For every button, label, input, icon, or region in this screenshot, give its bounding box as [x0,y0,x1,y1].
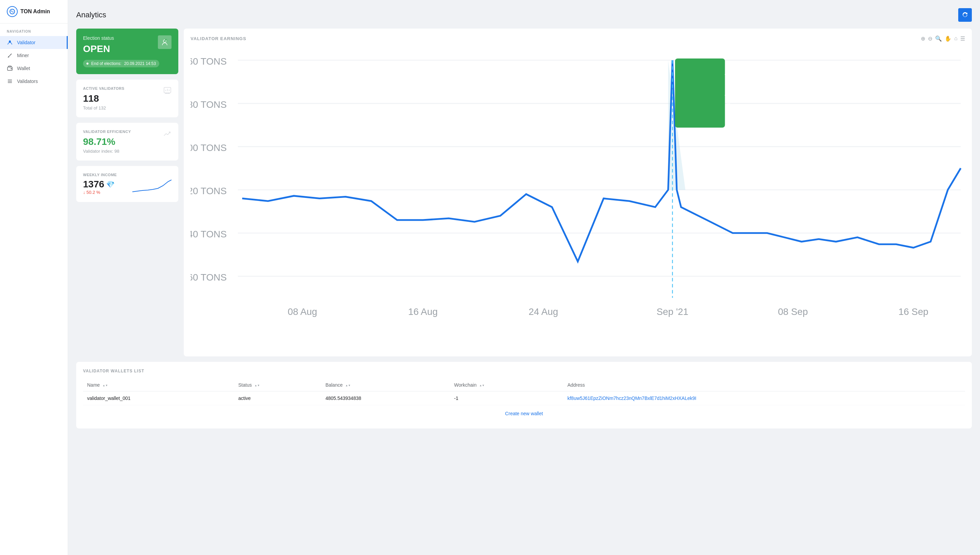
table-header-row: Name ▲▼ Status ▲▼ Balance ▲▼ Workchain ▲… [83,379,965,391]
home-icon[interactable]: ⌂ [954,35,958,42]
weekly-income-value: 1376 💎 [83,179,115,190]
svg-text:400 TONS: 400 TONS [191,143,227,153]
svg-text:160 TONS: 160 TONS [191,272,227,282]
menu-icon[interactable]: ☰ [960,35,965,42]
election-end-label: End of elections: [91,61,122,66]
svg-text:16 Aug: 16 Aug [408,306,438,317]
weekly-income-change: ↓ 50.2 % [83,190,115,195]
efficiency-card: VALIDATOR EFFICIENCY 98.71% Validator in… [76,123,178,160]
election-dot [87,63,88,65]
page-title: Analytics [76,11,106,19]
sidebar-item-validator[interactable]: Validator [0,36,68,49]
svg-text:560 TONS: 560 TONS [191,56,227,67]
chart-area: 560 TONS 480 TONS 400 TONS 320 TONS 240 … [191,47,965,350]
weekly-sparkline [115,178,172,195]
weekly-income-row: 1376 💎 ↓ 50.2 % [83,178,172,195]
top-row: Election status OPEN End of elections: 2… [76,29,972,356]
svg-text:08 Aug: 08 Aug [288,306,317,317]
nav-section-label: NAVIGATION [0,24,68,36]
sidebar-item-validator-label: Validator [17,40,35,45]
sort-balance-icon: ▲▼ [345,384,351,387]
svg-text:08 Sep: 08 Sep [778,306,808,317]
svg-text:Returned 2 stakes: Returned 2 stakes [723,63,732,126]
zoom-in-icon[interactable]: ⊕ [921,35,925,42]
svg-text:240 TONS: 240 TONS [191,229,227,239]
create-wallet-link[interactable]: Create new wallet [83,405,965,422]
svg-point-1 [9,40,11,43]
row-workchain: -1 [450,391,564,405]
active-validators-label: ACTIVE VALIDATORS [83,87,172,90]
wallet-icon [7,65,13,71]
chart-header: VALIDATOR EARNINGS ⊕ ⊖ 🔍 ✋ ⌂ ☰ [191,35,965,42]
main-content: Analytics Election status O [68,0,980,555]
weekly-income-card: Weekly income 1376 💎 ↓ 50.2 % [76,166,178,202]
sort-status-icon: ▲▼ [254,384,260,387]
sort-name-icon: ▲▼ [103,384,108,387]
row-name: validator_wallet_001 [83,391,234,405]
efficiency-value: 98.71% [83,136,172,147]
active-validators-value: 118 [83,93,172,104]
active-validators-card: ACTIVE VALIDATORS 118 Total of 132 [76,80,178,117]
row-balance: 4805.543934838 [321,391,450,405]
svg-text:Sep '21: Sep '21 [656,306,688,317]
col-name[interactable]: Name ▲▼ [83,379,234,391]
app-logo: TON Admin [0,0,68,24]
chart-title: VALIDATOR EARNINGS [191,36,246,41]
svg-text:320 TONS: 320 TONS [191,186,227,196]
sort-workchain-icon: ▲▼ [479,384,485,387]
miner-icon [7,52,13,58]
pan-icon[interactable]: ✋ [945,35,951,42]
election-end-time: 20.09.2021 14:53 [124,61,156,66]
election-card: Election status OPEN End of elections: 2… [76,29,178,74]
sidebar: TON Admin NAVIGATION Validator Miner Wal… [0,0,68,555]
logo-icon [7,6,18,17]
election-label: Election status [83,35,172,41]
svg-text:24 Aug: 24 Aug [529,306,558,317]
search-icon[interactable]: 🔍 [935,35,942,42]
weekly-income-label: Weekly income [83,173,172,177]
efficiency-icon [163,130,172,140]
sidebar-item-validators[interactable]: Validators [0,75,68,88]
svg-rect-38 [675,58,725,128]
row-address[interactable]: kf8uw5J61EpzZiONm7hcz23nQMn7BxlE7d1hiM2x… [563,391,965,405]
diamond-icon: 💎 [106,180,115,188]
col-workchain[interactable]: Workchain ▲▼ [450,379,564,391]
app-title: TON Admin [21,8,50,14]
col-balance[interactable]: Balance ▲▼ [321,379,450,391]
svg-line-3 [10,54,11,55]
left-cards: Election status OPEN End of elections: 2… [76,29,178,356]
table-title: VALIDATOR WALLETS LIST [83,369,965,374]
row-status: active [234,391,321,405]
col-address: Address [563,379,965,391]
page-header: Analytics [76,8,972,22]
sidebar-item-wallet-label: Wallet [17,66,30,71]
active-validators-sub: Total of 132 [83,106,172,111]
chart-controls: ⊕ ⊖ 🔍 ✋ ⌂ ☰ [921,35,965,42]
election-end: End of elections: 20.09.2021 14:53 [83,60,159,67]
efficiency-sub: Validator index: 98 [83,149,172,154]
sidebar-item-miner[interactable]: Miner [0,49,68,62]
wallets-table-section: VALIDATOR WALLETS LIST Name ▲▼ Status ▲▼… [76,362,972,428]
sidebar-item-miner-label: Miner [17,53,29,58]
svg-point-5 [11,68,11,69]
svg-text:480 TONS: 480 TONS [191,99,227,110]
sidebar-item-wallet[interactable]: Wallet [0,62,68,75]
refresh-button[interactable] [958,8,972,22]
weekly-income-left: 1376 💎 ↓ 50.2 % [83,179,115,195]
wallets-table: Name ▲▼ Status ▲▼ Balance ▲▼ Workchain ▲… [83,379,965,405]
efficiency-label: VALIDATOR EFFICIENCY [83,130,172,134]
validator-icon [7,39,13,46]
svg-text:16 Sep: 16 Sep [898,306,928,317]
validators-stat-icon [163,87,172,96]
sidebar-item-validators-label: Validators [17,79,38,84]
col-status[interactable]: Status ▲▼ [234,379,321,391]
table-row: validator_wallet_001 active 4805.5439348… [83,391,965,405]
chart-panel: VALIDATOR EARNINGS ⊕ ⊖ 🔍 ✋ ⌂ ☰ 560 TONS … [184,29,972,356]
validators-icon [7,78,13,84]
zoom-out-icon[interactable]: ⊖ [928,35,932,42]
